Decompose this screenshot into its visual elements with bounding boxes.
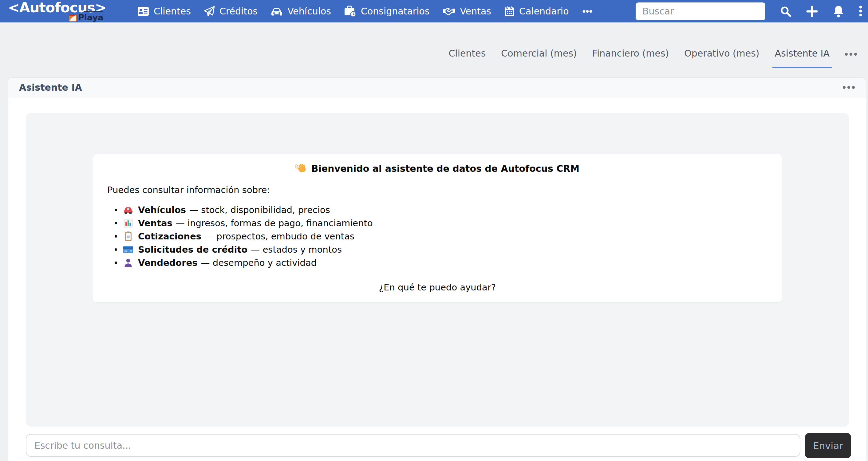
topic-description: — prospectos, embudo de ventas [205,231,354,242]
navbar-actions [765,5,863,18]
assistant-question: ¿En qué te puedo ayudar? [107,282,768,293]
topic-description: — ingresos, formas de pago, financiamien… [176,218,373,228]
welcome-message-card: Bienvenido al asistente de datos de Auto… [93,154,782,303]
search-button[interactable] [779,5,792,18]
briefcase-clock-icon [344,5,356,17]
nav-item-label: Ventas [460,6,491,17]
asistente-ia-panel: Asistente IA Bie [8,78,866,461]
ellipsis-icon [582,9,593,13]
topic-name: Solicitudes de crédito [138,244,247,255]
panel-header: Asistente IA [8,78,866,97]
tab-operativo-mes[interactable]: Operativo (mes) [684,47,760,61]
nav-item-label: Calendario [519,6,569,17]
chat-input[interactable] [26,434,800,457]
tab-clientes[interactable]: Clientes [448,47,486,61]
ellipsis-icon [845,53,848,56]
bullet-dot [115,209,117,211]
topic-list: Vehículos — stock, disponibilidad, preci… [107,203,768,269]
nav-item-label: Créditos [219,6,257,17]
search-input[interactable] [636,2,765,20]
welcome-title: Bienvenido al asistente de datos de Auto… [107,162,768,174]
navbar-kebab-button[interactable] [859,5,863,18]
top-navbar: <Autofocus> Playa Clientes [0,0,868,23]
plus-icon [806,5,818,18]
nav-item-vehiculos[interactable]: Vehículos [264,0,338,23]
brand-tagline-rule [84,11,103,12]
nav-more-button[interactable] [576,9,599,13]
nav-item-consignatarios[interactable]: Consignatarios [338,0,436,23]
credit-card-emoji-icon [123,246,134,253]
paper-plane-icon [204,6,215,17]
topic-name: Vehículos [138,205,186,215]
topic-description: — estados y montos [251,244,342,255]
car-emoji-icon [123,205,134,215]
list-item-ventas: Ventas — ingresos, formas de pago, finan… [107,216,768,229]
bullet-dot [115,235,117,238]
person-emoji-icon [123,258,134,268]
send-button[interactable]: Enviar [805,433,851,458]
topic-name: Ventas [138,218,173,228]
brand-sub: Playa [69,13,103,22]
notifications-button[interactable] [832,5,845,18]
handshake-icon [443,6,456,17]
dashboard-tabs: Clientes Comercial (mes) Financiero (mes… [0,40,866,68]
tab-financiero-mes[interactable]: Financiero (mes) [592,47,670,61]
nav-item-label: Vehículos [287,6,331,17]
chat-area: Bienvenido al asistente de datos de Auto… [26,113,849,427]
topic-name: Cotizaciones [138,231,201,242]
topic-description: — desempeño y actividad [201,257,317,268]
list-item-vendedores: Vendedores — desempeño y actividad [107,256,768,269]
kebab-icon [859,5,863,18]
tab-asistente-ia[interactable]: Asistente IA [774,47,830,61]
list-item-vehiculos: Vehículos — stock, disponibilidad, preci… [107,203,768,216]
topic-name: Vendedores [138,257,198,268]
tab-comercial-mes[interactable]: Comercial (mes) [500,47,577,61]
ellipsis-icon [843,86,845,89]
clipboard-emoji-icon [123,231,134,242]
nav-item-label: Clientes [154,6,191,17]
bar-chart-emoji-icon [123,218,134,228]
welcome-title-text: Bienvenido al asistente de datos de Auto… [311,163,579,174]
car-icon [271,6,283,17]
tabs-more-button[interactable] [845,53,857,56]
add-button[interactable] [806,5,818,18]
id-card-icon [137,6,149,16]
search-icon [779,5,792,18]
brand-logo[interactable]: <Autofocus> Playa [8,0,122,23]
nav-item-label: Consignatarios [361,6,430,17]
topic-description: — stock, disponibilidad, precios [189,205,330,215]
panel-more-button[interactable] [843,86,855,89]
bell-icon [832,5,845,18]
calendar-icon [504,6,515,17]
nav-item-creditos[interactable]: Créditos [197,0,264,23]
waving-hand-icon [296,162,307,174]
nav-item-calendario[interactable]: Calendario [498,0,576,23]
panel-title: Asistente IA [19,82,82,93]
welcome-intro: Puedes consultar información sobre: [107,185,768,195]
list-item-cotizaciones: Cotizaciones — prospectos, embudo de ven… [107,229,768,243]
navbar-search [636,2,765,20]
nav-menu: Clientes Créditos Vehículos [131,0,599,23]
playa-logo-icon [69,14,76,22]
list-item-solicitudes-credito: Solicitudes de crédito — estados y monto… [107,243,768,256]
bullet-dot [115,222,117,224]
bullet-dot [115,262,117,264]
nav-item-ventas[interactable]: Ventas [436,0,498,23]
nav-item-clientes[interactable]: Clientes [131,0,197,23]
bullet-dot [115,248,117,251]
brand-sub-label: Playa [78,13,103,22]
